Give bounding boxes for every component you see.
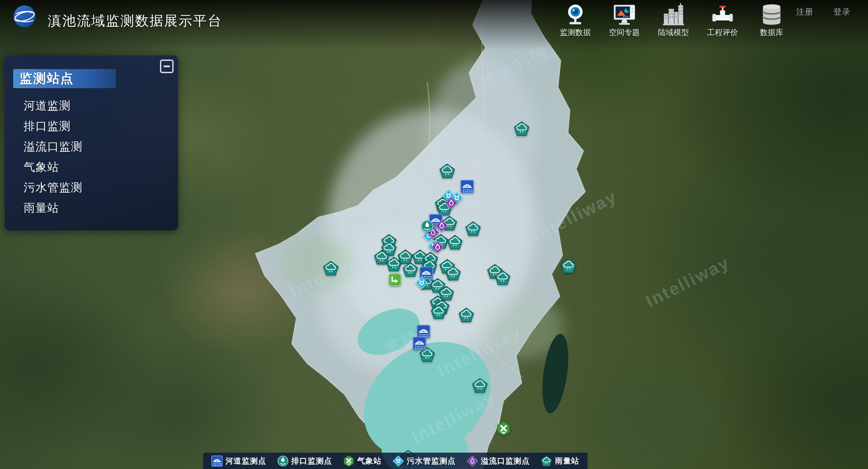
app-root: Intelliway英特利维Intelliway英特利维Intelliway英特… xyxy=(0,0,868,469)
city-buildings-icon xyxy=(662,2,685,26)
monitoring-stations-panel: 监测站点 河道监测 排口监测 溢流口监测 气象站 污水管监测 雨量站 xyxy=(5,55,178,230)
register-link[interactable]: 注册 xyxy=(796,6,813,17)
marker-rain-icon[interactable] xyxy=(439,164,455,179)
legend-sewage-monitor[interactable]: 污水管监测点 xyxy=(393,455,456,467)
sewage-pipe-monitor-icon xyxy=(393,455,404,467)
main-nav: 监测数据 xyxy=(551,2,796,38)
map-legend: 河道监测点 排口监测点 气象站 污水管监测点 溢流口监测点 雨量站 xyxy=(203,453,588,469)
menu-item-outfall-monitoring[interactable]: 排口监测 xyxy=(5,116,178,136)
marker-weather-icon[interactable] xyxy=(497,422,510,436)
overflow-monitor-icon xyxy=(467,455,478,467)
marker-rain-icon[interactable] xyxy=(472,378,488,393)
panel-title-bar[interactable]: 监测站点 xyxy=(13,69,116,88)
nav-spatial-topics[interactable]: 空间专题 xyxy=(600,2,649,38)
nav-label: 工程评价 xyxy=(707,27,738,38)
legend-rain-gauge[interactable]: 雨量站 xyxy=(541,455,579,467)
marker-rain-icon[interactable] xyxy=(431,304,446,319)
page-title: 滇池流域监测数据展示平台 xyxy=(48,12,222,30)
marker-sewage-icon[interactable] xyxy=(415,277,428,289)
panel-title: 监测站点 xyxy=(13,70,74,87)
marker-rain-icon[interactable] xyxy=(323,261,339,276)
nav-land-model[interactable]: 陆域模型 xyxy=(649,2,698,38)
minus-box-icon xyxy=(164,65,170,67)
marker-river-icon[interactable] xyxy=(413,337,426,350)
nav-label: 数据库 xyxy=(760,27,783,38)
marker-rain-icon[interactable] xyxy=(465,221,481,236)
nav-label: 监测数据 xyxy=(560,27,591,38)
nav-monitoring-data[interactable]: 监测数据 xyxy=(551,2,600,38)
weather-station-icon xyxy=(343,455,354,467)
nav-project-eval[interactable]: 工程评价 xyxy=(698,2,747,38)
database-icon xyxy=(760,2,783,26)
outfall-monitor-icon xyxy=(277,455,289,467)
minimize-panel-button[interactable] xyxy=(160,60,174,73)
marker-rain-icon[interactable] xyxy=(495,270,510,285)
menu-item-overflow-monitoring[interactable]: 溢流口监测 xyxy=(5,136,178,157)
marker-rain-icon[interactable] xyxy=(447,234,463,249)
marker-greensq-icon[interactable] xyxy=(388,273,402,287)
legend-weather-station[interactable]: 气象站 xyxy=(343,455,382,467)
menu-item-river-monitoring[interactable]: 河道监测 xyxy=(5,95,178,116)
marker-rain-icon[interactable] xyxy=(561,259,576,274)
webcam-icon xyxy=(564,2,587,26)
menu-item-rain-gauge[interactable]: 雨量站 xyxy=(5,198,178,218)
marker-rain-icon[interactable] xyxy=(445,266,461,281)
nav-label: 空间专题 xyxy=(609,27,640,38)
marker-rain-icon[interactable] xyxy=(514,121,529,136)
marker-overflow-icon[interactable] xyxy=(431,240,444,253)
river-monitor-icon xyxy=(211,455,223,467)
pipe-valve-icon xyxy=(711,2,734,26)
header-bar: 滇池流域监测数据展示平台 监测数据 xyxy=(0,0,868,42)
nav-database[interactable]: 数据库 xyxy=(747,2,796,38)
marker-outfall-icon[interactable] xyxy=(421,220,434,233)
marker-overflow-icon[interactable] xyxy=(445,196,458,209)
marker-rain-icon[interactable] xyxy=(459,307,474,322)
rain-gauge-icon xyxy=(541,455,552,467)
menu-item-sewage-monitoring[interactable]: 污水管监测 xyxy=(5,177,178,198)
legend-river-monitor[interactable]: 河道监测点 xyxy=(211,455,266,467)
marker-rain-icon[interactable] xyxy=(403,262,418,277)
monitor-chart-icon xyxy=(613,2,636,26)
login-link[interactable]: 登录 xyxy=(833,6,851,17)
menu-item-weather-station[interactable]: 气象站 xyxy=(5,157,178,177)
marker-river-icon[interactable] xyxy=(417,324,430,338)
legend-outfall-monitor[interactable]: 排口监测点 xyxy=(277,455,332,467)
cti-globe-logo[interactable] xyxy=(13,5,36,28)
auth-links: 注册 登录 xyxy=(796,6,851,17)
legend-overflow-monitor[interactable]: 溢流口监测点 xyxy=(467,455,530,467)
nav-label: 陆域模型 xyxy=(658,27,689,38)
station-type-list: 河道监测 排口监测 溢流口监测 气象站 污水管监测 雨量站 xyxy=(5,95,178,218)
